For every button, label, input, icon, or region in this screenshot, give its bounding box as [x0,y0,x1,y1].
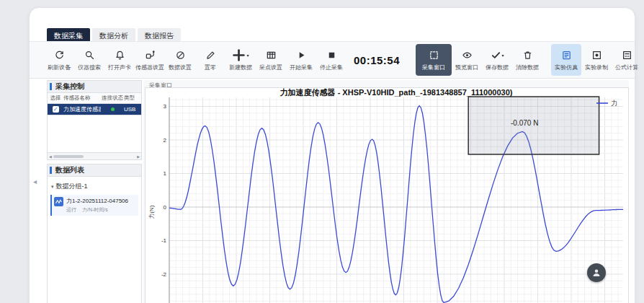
legend-label: 力 [611,100,617,107]
chart-line-icon [54,197,63,206]
status-dot [111,107,115,111]
chart-title: 力加速度传感器 - XHSP-V10HID_path_-1981348857_1… [279,88,513,97]
toolbar-collect-window-button[interactable]: 采集窗口 [416,44,452,76]
pencil-icon [205,49,216,61]
force-chart[interactable]: 3210-1-2-0.070 N力力加速度传感器 - XHSP-V10HID_p… [146,88,628,303]
toolbar-button-label: 停止采集 [320,63,343,71]
toolbar-stop-collect-button[interactable]: 停止采集 [316,44,346,76]
data-series-title: 力1-2-20251112-047506 [66,197,128,205]
y-tick-label: 1 [164,170,167,177]
sensor-table-header: 选择传感器名称连接状态类型 [47,93,142,104]
scrollbar-thumb[interactable] [53,155,84,158]
search-icon [84,49,95,61]
person-icon [591,268,601,278]
sensor-name: 力加速度传感器 [63,105,101,113]
tree-group[interactable]: ▾数据分组-1 [48,180,141,193]
toolbar-clear-data-button[interactable]: 清除数据 [512,44,542,76]
toolbar-sensor-settings-button[interactable]: 传感器设置 [135,44,165,76]
slash-icon [175,49,186,61]
toolbar-sample-settings-button[interactable]: 采点设置 [256,44,286,76]
y-tick-label: 2 [164,137,167,144]
sensor-row[interactable]: ✓力加速度传感器USB [47,104,142,115]
chart-area: 采集窗口 3210-1-2-0.070 N力力加速度传感器 - XHSP-V10… [143,80,629,303]
toolbar-data-settings-button[interactable]: 数据设置 [165,44,195,76]
y-tick-label: 3 [164,103,167,110]
data-series-status: 运行 [66,206,76,214]
toolbar-formula-calc-button[interactable]: 公式计算 [612,44,642,76]
column-header: 传感器名称 [63,95,101,102]
toolbar-button-label: 保存数据 [486,63,509,71]
toolbar-button-label: 仪器搜索 [78,63,101,71]
column-header: 类型 [124,95,138,102]
sensor-table: ✓力加速度传感器USB [47,104,142,115]
toolbar-refresh-device-button[interactable]: 刷新设备 [44,44,74,76]
sensor-icon [145,49,156,61]
trash-icon [522,49,533,61]
support-avatar-button[interactable] [587,263,606,282]
toolbar: 刷新设备仪器搜索打开声卡传感器设置数据设置置零▾新建数据采点设置开始采集停止采集… [30,41,635,79]
tree-group-label: 数据分组-1 [56,182,88,191]
toolbar-new-data-button[interactable]: ▾新建数据 [225,44,256,76]
toolbar-button-label: 公式计算 [615,63,638,71]
tree-expand-icon[interactable]: ▾ [51,184,54,190]
stop-icon [326,49,337,61]
scroll-right-icon[interactable]: ▶ [137,154,140,159]
toolbar-save-data-button[interactable]: ▾保存数据 [482,44,512,76]
toolbar-start-collect-button[interactable]: 开始采集 [286,44,316,76]
eye-icon [462,49,473,61]
chevron-down-icon: ▾ [246,53,249,58]
toolbar-button-label: 开始采集 [290,63,313,71]
dashed-square-icon [429,49,439,61]
calc-icon [622,49,632,61]
app-window: 数据采集数据分析数据报告 刷新设备仪器搜索打开声卡传感器设置数据设置置零▾新建数… [29,7,635,303]
bell-icon [115,49,125,61]
collect-timer: 00:15:54 [354,54,400,66]
toolbar-button-label: 实验录制 [585,63,608,71]
toolbar-button-label: 采点设置 [259,63,282,71]
toolbar-button-label: 置零 [205,63,216,71]
toolbar-button-label: 刷新设备 [48,63,71,71]
toolbar-experiment-sim-button[interactable]: 实验仿真 [551,44,581,76]
scroll-left-icon[interactable]: ◀ [49,154,52,159]
data-series-axes: 力/N-时间/s [82,206,108,214]
y-tick-label: -2 [161,271,167,278]
toolbar-button-label: 预览窗口 [455,63,478,71]
sensor-table-empty [47,115,142,153]
data-tree: ▾数据分组-1力1-2-20251112-047506运行力/N-时间/s [47,177,142,303]
grid-icon [266,49,277,61]
clipboard-icon [561,49,572,61]
chevron-down-icon: ▾ [502,53,504,58]
chart-card[interactable]: 3210-1-2-0.070 N力力加速度传感器 - XHSP-V10HID_p… [145,87,629,303]
toolbar-button-label: 数据设置 [169,63,192,71]
toolbar-preview-window-button[interactable]: 预览窗口 [452,44,482,76]
toolbar-experiment-record-button[interactable]: 实验录制 [581,44,612,76]
data-series-item[interactable]: 力1-2-20251112-047506运行力/N-时间/s [50,195,138,216]
toolbar-set-zero-button[interactable]: 置零 [195,44,225,76]
toolbar-button-label: 打开声卡 [108,63,131,71]
toolbar-button-label: 实验仿真 [555,63,578,71]
y-axis-label: 力(N) [148,205,155,219]
refresh-icon [54,49,65,61]
toolbar-button-label: 传感器设置 [135,63,164,71]
toolbar-device-search-button[interactable]: 仪器搜索 [74,44,104,76]
play-icon [296,49,307,61]
y-tick-label: -1 [161,237,167,244]
plus-icon: ▾ [232,49,249,61]
y-tick-label: 0 [164,204,167,211]
data-list-header: 数据列表 [47,164,142,177]
record-square-icon [591,49,602,61]
collect-control-header: 采集控制 [47,80,142,93]
toolbar-button-label: 清除数据 [516,63,539,71]
column-header: 选择 [48,95,63,102]
sensor-type: USB [124,106,138,113]
toolbar-open-sound-button[interactable]: 打开声卡 [104,44,135,76]
sidebar-collapse-button[interactable]: ◂ [33,177,37,185]
selection-annotation: -0.070 N [511,119,538,127]
sensor-table-scrollbar[interactable]: ◀ ▶ [47,153,142,160]
sensor-checkbox[interactable]: ✓ [53,106,59,113]
toolbar-button-label: 采集窗口 [422,63,445,71]
toolbar-button-label: 新建数据 [229,63,252,71]
check-icon: ▾ [491,49,504,61]
sidebar: 采集控制 选择传感器名称连接状态类型 ✓力加速度传感器USB ◀ ▶ 数据列表 … [47,80,142,303]
column-header: 连接状态 [101,95,124,102]
